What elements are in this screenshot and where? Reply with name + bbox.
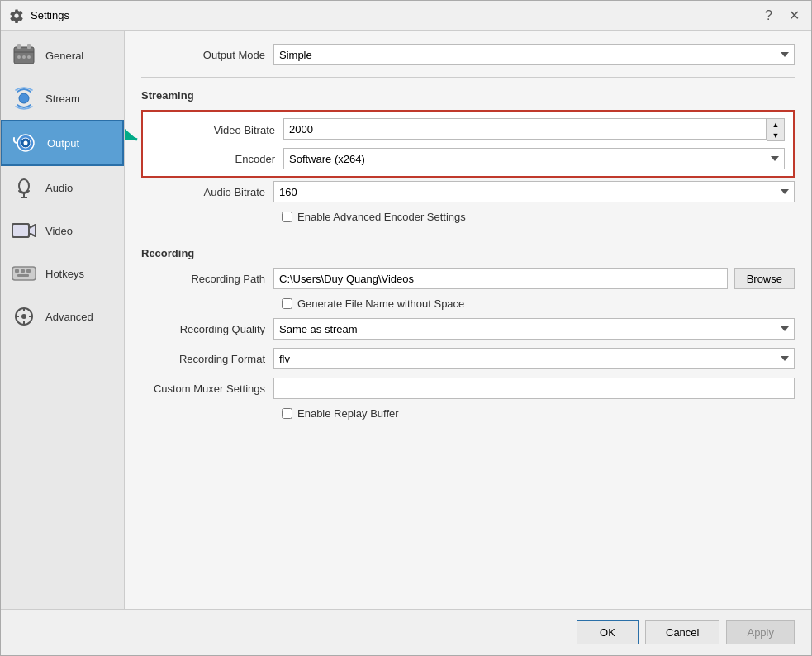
svg-point-6 xyxy=(27,55,31,59)
svg-rect-16 xyxy=(12,224,29,237)
apply-button[interactable]: Apply xyxy=(726,620,795,644)
footer: OK Cancel Apply xyxy=(1,609,811,655)
help-button[interactable]: ? xyxy=(762,9,776,22)
recording-format-select[interactable]: flv mp4 mov mkv ts xyxy=(273,348,795,369)
streaming-box: Video Bitrate ▲ ▼ Encoder xyxy=(141,110,795,178)
sidebar-item-output[interactable]: Output xyxy=(1,120,124,166)
svg-point-7 xyxy=(19,93,29,103)
main-panel: Output Mode Simple Advanced Streaming xyxy=(125,31,811,609)
sidebar-item-video[interactable]: Video xyxy=(1,209,124,252)
ok-button[interactable]: OK xyxy=(577,620,639,644)
svg-rect-22 xyxy=(17,274,29,277)
titlebar-left: Settings xyxy=(9,8,69,23)
output-icon xyxy=(12,130,39,156)
titlebar: Settings ? ✕ xyxy=(1,1,811,31)
audio-label: Audio xyxy=(45,182,73,194)
recording-format-label: Recording Format xyxy=(141,353,273,365)
close-button[interactable]: ✕ xyxy=(786,9,803,22)
custom-muxer-row: Custom Muxer Settings xyxy=(141,378,795,399)
recording-quality-control: Same as stream High Quality Indistinguis… xyxy=(273,318,795,340)
video-bitrate-label: Video Bitrate xyxy=(151,124,283,136)
svg-point-10 xyxy=(24,141,28,145)
svg-point-24 xyxy=(21,314,26,319)
enable-advanced-encoder-checkbox[interactable] xyxy=(282,212,292,222)
sidebar-item-audio[interactable]: Audio xyxy=(1,166,124,209)
recording-quality-select[interactable]: Same as stream High Quality Indistinguis… xyxy=(273,318,795,340)
audio-bitrate-row: Audio Bitrate 64 96 128 160 192 256 320 xyxy=(141,181,795,202)
general-label: General xyxy=(45,50,83,62)
sidebar-item-general[interactable]: General xyxy=(1,34,124,77)
sidebar-item-hotkeys[interactable]: Hotkeys xyxy=(1,252,124,295)
sidebar-item-stream[interactable]: Stream xyxy=(1,77,124,120)
custom-muxer-control xyxy=(273,378,795,399)
encoder-select[interactable]: Software (x264) Hardware (NVENC) Hardwar… xyxy=(283,148,785,169)
settings-icon xyxy=(9,8,24,23)
audio-bitrate-control: 64 96 128 160 192 256 320 xyxy=(273,181,795,202)
hotkeys-label: Hotkeys xyxy=(45,268,84,280)
settings-window: Settings ? ✕ xyxy=(0,0,812,656)
encoder-control: Software (x264) Hardware (NVENC) Hardwar… xyxy=(283,148,785,169)
video-bitrate-control: ▲ ▼ xyxy=(283,118,785,141)
video-bitrate-row: Video Bitrate ▲ ▼ xyxy=(151,118,785,141)
output-mode-select[interactable]: Simple Advanced xyxy=(273,44,795,65)
spinbox-up-button[interactable]: ▲ xyxy=(767,119,784,130)
sidebar-item-advanced[interactable]: Advanced xyxy=(1,295,124,338)
generate-filename-label: Generate File Name without Space xyxy=(297,297,464,310)
svg-point-4 xyxy=(17,55,21,59)
streaming-section-label: Streaming xyxy=(141,89,795,102)
recording-format-control: flv mp4 mov mkv ts xyxy=(273,348,795,369)
enable-advanced-encoder-label: Enable Advanced Encoder Settings xyxy=(297,211,466,223)
encoder-row: Encoder Software (x264) Hardware (NVENC)… xyxy=(151,148,785,169)
video-label: Video xyxy=(45,225,73,237)
advanced-label: Advanced xyxy=(45,311,93,323)
generate-filename-row: Generate File Name without Space xyxy=(141,297,795,310)
output-mode-control: Simple Advanced xyxy=(273,44,795,65)
advanced-icon xyxy=(11,303,37,330)
stream-icon xyxy=(11,85,37,112)
recording-path-label: Recording Path xyxy=(141,273,273,285)
sidebar: General Stream xyxy=(1,31,125,609)
recording-format-row: Recording Format flv mp4 mov mkv ts xyxy=(141,348,795,369)
svg-rect-19 xyxy=(15,269,19,273)
video-icon xyxy=(11,217,37,244)
svg-point-11 xyxy=(19,179,29,193)
cancel-button[interactable]: Cancel xyxy=(645,620,719,644)
svg-rect-2 xyxy=(27,44,31,49)
hotkeys-icon xyxy=(11,260,37,287)
video-bitrate-input[interactable] xyxy=(283,118,767,140)
green-arrow-annotation xyxy=(125,125,141,150)
general-icon xyxy=(11,42,37,69)
svg-rect-1 xyxy=(17,44,21,49)
svg-marker-17 xyxy=(29,225,36,236)
recording-path-input[interactable] xyxy=(273,268,728,289)
divider-recording xyxy=(141,235,795,235)
enable-replay-checkbox[interactable] xyxy=(282,408,292,419)
generate-filename-checkbox[interactable] xyxy=(282,298,292,309)
recording-section-label: Recording xyxy=(141,247,795,259)
recording-path-row: Recording Path Browse xyxy=(141,268,795,289)
enable-replay-row: Enable Replay Buffer xyxy=(141,407,795,420)
stream-label: Stream xyxy=(45,93,80,105)
audio-bitrate-select[interactable]: 64 96 128 160 192 256 320 xyxy=(273,181,795,202)
enable-advanced-encoder-row: Enable Advanced Encoder Settings xyxy=(141,211,795,223)
audio-icon xyxy=(11,174,37,201)
content-area: General Stream xyxy=(1,31,811,609)
audio-bitrate-label: Audio Bitrate xyxy=(141,186,273,198)
encoder-label: Encoder xyxy=(151,153,283,165)
svg-rect-18 xyxy=(12,267,36,280)
window-title: Settings xyxy=(31,9,69,21)
titlebar-buttons: ? ✕ xyxy=(762,9,803,22)
enable-replay-label: Enable Replay Buffer xyxy=(297,407,399,420)
recording-quality-row: Recording Quality Same as stream High Qu… xyxy=(141,318,795,340)
output-label: Output xyxy=(47,137,79,150)
browse-button[interactable]: Browse xyxy=(734,268,795,289)
svg-rect-20 xyxy=(21,269,25,273)
recording-quality-label: Recording Quality xyxy=(141,323,273,335)
spinbox-buttons: ▲ ▼ xyxy=(767,118,785,141)
divider-streaming xyxy=(141,77,795,78)
custom-muxer-label: Custom Muxer Settings xyxy=(141,383,273,395)
output-mode-row: Output Mode Simple Advanced xyxy=(141,44,795,65)
custom-muxer-input[interactable] xyxy=(273,378,795,399)
spinbox-down-button[interactable]: ▼ xyxy=(767,130,784,140)
recording-path-control: Browse xyxy=(273,268,795,289)
